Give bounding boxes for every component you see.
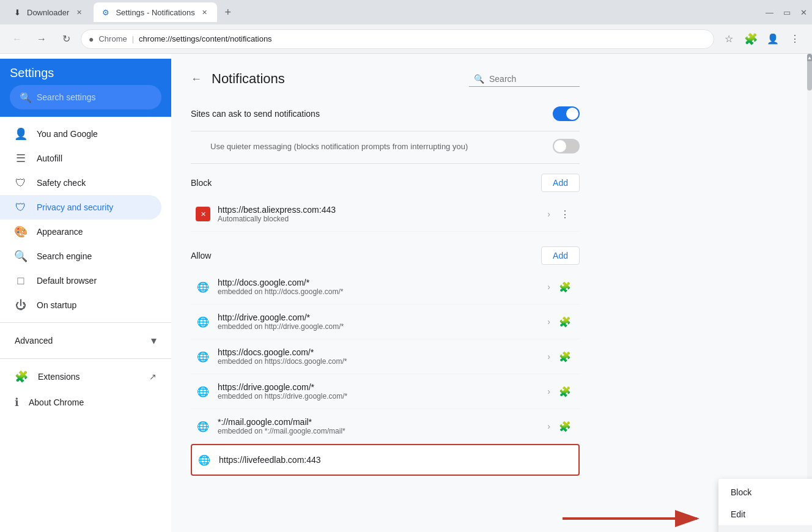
sidebar-label-privacy: Privacy and security xyxy=(37,202,113,212)
drive-http-info: http://drive.google.com/* embedded on ht… xyxy=(218,312,540,331)
new-tab-button[interactable]: + xyxy=(220,4,237,21)
nav-actions: ☆ 🧩 👤 ⋮ xyxy=(719,29,805,49)
drive-https-info: https://drive.google.com/* embedded on h… xyxy=(218,382,540,401)
sidebar-label-about: About Chrome xyxy=(29,397,84,407)
sidebar-item-extensions[interactable]: 🧩 Extensions ↗ xyxy=(0,364,171,390)
drive-http-sub: embedded on http://drive.google.com/* xyxy=(218,322,540,331)
sidebar-label-advanced: Advanced xyxy=(15,336,53,345)
docs-http-url: http://docs.google.com/* xyxy=(218,278,540,287)
tab-favicon-downloader: ⬇ xyxy=(12,7,22,17)
shield-blue-icon: 🛡 xyxy=(15,201,27,213)
settings-search-bar: Settings 🔍 xyxy=(0,59,171,117)
sidebar-item-you-google[interactable]: 👤 You and Google xyxy=(0,122,161,146)
sidebar-item-autofill[interactable]: ☰ Autofill xyxy=(0,146,161,171)
browser-icon: □ xyxy=(15,275,27,287)
maximize-button[interactable]: ▭ xyxy=(783,8,791,17)
mail-url: *://mail.google.com/mail* xyxy=(218,417,540,427)
tab-settings[interactable]: ⚙ Settings - Notifications ✕ xyxy=(94,2,216,22)
sidebar-item-appearance[interactable]: 🎨 Appearance xyxy=(0,220,161,244)
nav-bar: ← → ↻ ● Chrome | chrome://settings/conte… xyxy=(0,24,812,54)
window-controls: — ▭ ✕ xyxy=(766,8,807,17)
docs-http-actions: › 🧩 xyxy=(547,277,575,297)
tab-close-settings[interactable]: ✕ xyxy=(200,7,210,17)
minimize-button[interactable]: — xyxy=(766,8,773,17)
context-menu-block[interactable]: Block xyxy=(718,481,812,503)
back-button[interactable]: ← xyxy=(7,29,27,49)
sites-ask-toggle[interactable] xyxy=(553,106,580,121)
sites-ask-row: Sites can ask to send notifications xyxy=(191,97,580,131)
context-menu-edit[interactable]: Edit xyxy=(718,503,812,525)
sidebar-item-advanced[interactable]: Advanced ▾ xyxy=(0,328,171,353)
bookmark-button[interactable]: ☆ xyxy=(719,29,739,49)
mail-more-button[interactable]: 🧩 xyxy=(555,416,575,436)
tab-close-downloader[interactable]: ✕ xyxy=(74,7,84,17)
list-icon: ☰ xyxy=(15,152,27,164)
sidebar-label-search-engine: Search engine xyxy=(37,251,92,261)
search-icon: 🔍 xyxy=(20,92,32,103)
quieter-label: Use quieter messaging (blocks notificati… xyxy=(210,142,468,151)
sidebar-item-safety[interactable]: 🛡 Safety check xyxy=(0,171,161,195)
mail-favicon: 🌐 xyxy=(196,419,210,434)
search-input[interactable] xyxy=(37,92,152,102)
drive-https-more-button[interactable]: 🧩 xyxy=(555,382,575,401)
aliexpress-sub: Automatically blocked xyxy=(218,215,540,223)
docs-http-more-button[interactable]: 🧩 xyxy=(555,277,575,297)
docs-https-more-button[interactable]: 🧩 xyxy=(555,347,575,366)
aliexpress-info: https://best.aliexpress.com:443 Automati… xyxy=(218,205,540,223)
drive-http-more-button[interactable]: 🧩 xyxy=(555,312,575,331)
search-input-container: 🔍 xyxy=(10,85,161,109)
reload-button[interactable]: ↻ xyxy=(56,29,76,49)
info-icon: ℹ xyxy=(15,396,19,409)
toggle-knob-quieter xyxy=(554,140,566,152)
livefeedlab-row: 🌐 https://livefeedlab.com:443 xyxy=(191,444,580,476)
close-button[interactable]: ✕ xyxy=(800,8,807,17)
allow-section: Allow Add 🌐 http://docs.google.com/* emb… xyxy=(191,246,580,476)
scrollbar-up[interactable]: ▲ xyxy=(807,54,812,61)
allow-add-button[interactable]: Add xyxy=(541,246,580,265)
docs-http-chevron[interactable]: › xyxy=(547,282,550,292)
docs-https-actions: › 🧩 xyxy=(547,347,575,366)
address-prefix: Chrome xyxy=(98,34,127,43)
extensions-icon[interactable]: 🧩 xyxy=(741,29,761,49)
docs-https-row: 🌐 https://docs.google.com/* embedded on … xyxy=(191,339,580,374)
page-back-button[interactable]: ← xyxy=(191,73,202,86)
tab-favicon-settings: ⚙ xyxy=(101,7,111,17)
docs-https-chevron[interactable]: › xyxy=(547,352,550,361)
mail-chevron[interactable]: › xyxy=(547,421,550,431)
forward-button[interactable]: → xyxy=(32,29,51,49)
profile-button[interactable]: 👤 xyxy=(763,29,783,49)
menu-button[interactable]: ⋮ xyxy=(785,29,805,49)
sidebar-nav: 👤 You and Google ☰ Autofill 🛡 Safety che… xyxy=(0,117,171,420)
sidebar-item-privacy[interactable]: 🛡 Privacy and security xyxy=(0,195,161,220)
drive-http-chevron[interactable]: › xyxy=(547,317,550,327)
sidebar-divider-2 xyxy=(0,358,171,359)
aliexpress-url: https://best.aliexpress.com:443 xyxy=(218,205,540,215)
drive-https-chevron[interactable]: › xyxy=(547,386,550,396)
livefeedlab-url: https://livefeedlab.com:443 xyxy=(219,455,574,465)
aliexpress-more-button[interactable]: ⋮ xyxy=(555,204,575,224)
mail-sub: embedded on *://mail.google.com/mail* xyxy=(218,427,540,435)
aliexpress-favicon: ✕ xyxy=(196,207,210,221)
sidebar-label-you-google: You and Google xyxy=(37,129,98,139)
address-bar[interactable]: ● Chrome | chrome://settings/content/not… xyxy=(81,29,714,49)
context-menu-remove[interactable]: Remove xyxy=(718,525,812,532)
search-icon-page: 🔍 xyxy=(474,74,484,84)
main-content: ← Notifications 🔍 Sites can ask to send … xyxy=(171,54,812,532)
drive-http-url: http://drive.google.com/* xyxy=(218,312,540,322)
drive-https-url: https://drive.google.com/* xyxy=(218,382,540,392)
aliexpress-chevron[interactable]: › xyxy=(547,209,550,219)
livefeedlab-info: https://livefeedlab.com:443 xyxy=(219,455,574,465)
mail-info: *://mail.google.com/mail* embedded on *:… xyxy=(218,417,540,435)
sidebar-item-startup[interactable]: ⏻ On startup xyxy=(0,293,161,317)
shield-icon: 🛡 xyxy=(15,177,27,189)
block-add-button[interactable]: Add xyxy=(541,174,580,192)
quieter-toggle[interactable] xyxy=(553,139,580,153)
sidebar-item-search-engine[interactable]: 🔍 Search engine xyxy=(0,244,161,268)
sidebar-item-default-browser[interactable]: □ Default browser xyxy=(0,268,161,293)
sidebar-item-about[interactable]: ℹ About Chrome xyxy=(0,390,171,415)
page-search-input[interactable] xyxy=(489,74,575,84)
block-section-header: Block Add xyxy=(191,174,580,192)
sidebar-label-default-browser: Default browser xyxy=(37,276,97,286)
tab-downloader[interactable]: ⬇ Downloader ✕ xyxy=(5,2,91,22)
scrollbar-track: ▲ ▼ xyxy=(807,54,812,532)
